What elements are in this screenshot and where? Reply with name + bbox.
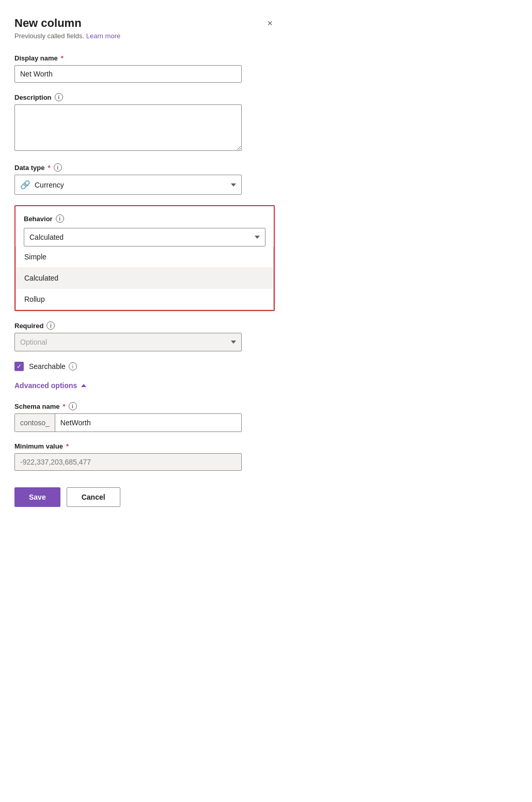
new-column-panel: New column × Previously called fields. L…	[0, 0, 289, 528]
data-type-label: Data type * i	[14, 163, 275, 172]
data-type-chevron-icon	[231, 183, 236, 187]
min-value-required-star: *	[66, 442, 69, 450]
behavior-chevron-icon	[255, 236, 260, 239]
schema-required-star: *	[62, 403, 65, 410]
advanced-options-chevron-icon	[81, 384, 86, 387]
behavior-label: Behavior i	[24, 214, 265, 223]
description-info-icon[interactable]: i	[55, 93, 63, 101]
panel-title: New column	[14, 17, 82, 30]
description-label: Description i	[14, 93, 275, 101]
data-type-group: Data type * i 🔗 Currency	[14, 163, 275, 195]
minimum-value-input[interactable]	[14, 453, 242, 471]
schema-input-row: contoso_	[14, 413, 242, 432]
required-select[interactable]: Optional	[14, 333, 242, 351]
behavior-info-icon[interactable]: i	[56, 214, 64, 223]
searchable-label: Searchable i	[29, 362, 77, 371]
schema-suffix-input[interactable]	[55, 414, 241, 431]
button-row: Save Cancel	[14, 487, 275, 507]
required-group: Required i Optional	[14, 321, 275, 351]
display-name-group: Display name *	[14, 54, 275, 83]
currency-icon: 🔗	[20, 180, 30, 190]
close-button[interactable]: ×	[265, 17, 275, 30]
schema-info-icon[interactable]: i	[69, 402, 77, 410]
subtitle: Previously called fields. Learn more	[14, 32, 275, 40]
minimum-value-group: Minimum value *	[14, 442, 275, 471]
behavior-option-simple[interactable]: Simple	[16, 246, 273, 268]
advanced-options-toggle[interactable]: Advanced options	[14, 381, 86, 390]
learn-more-link[interactable]: Learn more	[86, 32, 120, 40]
behavior-option-calculated[interactable]: Calculated	[16, 268, 273, 289]
data-type-required-star: *	[48, 164, 51, 172]
searchable-checkbox[interactable]: ✓	[14, 362, 24, 371]
data-type-info-icon[interactable]: i	[54, 163, 62, 172]
schema-name-label: Schema name * i	[14, 402, 275, 410]
display-name-label: Display name *	[14, 54, 275, 62]
cancel-button[interactable]: Cancel	[67, 487, 120, 507]
description-group: Description i	[14, 93, 275, 153]
schema-name-group: Schema name * i contoso_	[14, 402, 275, 432]
required-info-icon[interactable]: i	[46, 321, 55, 330]
behavior-dropdown: Simple Calculated Rollup	[15, 246, 274, 310]
behavior-select[interactable]: Calculated	[24, 228, 265, 246]
data-type-select[interactable]: 🔗 Currency	[14, 175, 242, 195]
required-label: Required i	[14, 321, 275, 330]
required-star: *	[61, 54, 64, 62]
behavior-section: Behavior i Calculated Simple Calculated …	[14, 205, 275, 311]
searchable-row: ✓ Searchable i	[14, 362, 275, 371]
panel-header: New column ×	[14, 17, 275, 30]
minimum-value-label: Minimum value *	[14, 442, 275, 450]
behavior-option-rollup[interactable]: Rollup	[16, 289, 273, 310]
checkmark-icon: ✓	[17, 363, 22, 369]
schema-prefix: contoso_	[15, 414, 55, 431]
searchable-info-icon[interactable]: i	[69, 362, 77, 371]
display-name-input[interactable]	[14, 65, 242, 83]
description-input[interactable]	[14, 104, 242, 151]
save-button[interactable]: Save	[14, 487, 60, 507]
required-chevron-icon	[231, 341, 236, 344]
